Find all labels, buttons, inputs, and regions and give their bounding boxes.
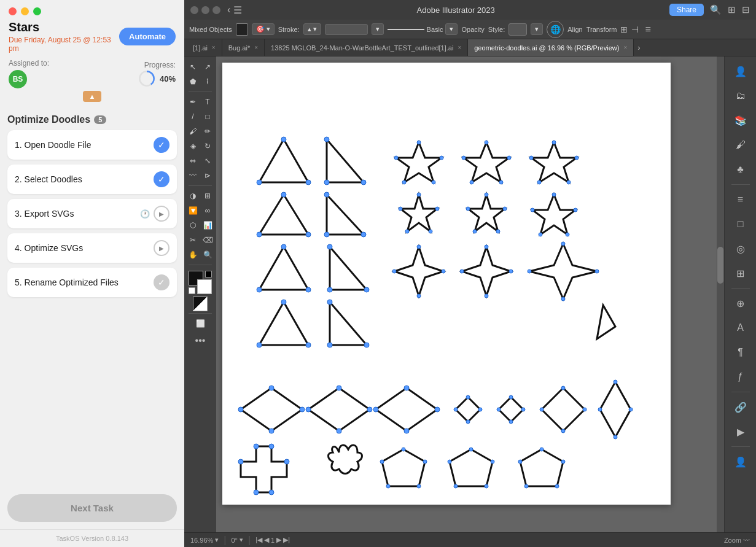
swap-colors-icon[interactable] (205, 271, 212, 277)
back-button[interactable]: ‹ (227, 4, 230, 15)
symbols-button[interactable]: ♣ (730, 158, 752, 180)
tab-close-icon[interactable]: × (458, 44, 461, 51)
close-button[interactable] (9, 7, 17, 15)
paragraph-button[interactable]: ¶ (730, 341, 752, 363)
tab-mglob[interactable]: 13825 MGLOB_24-Man-O-WarBottleArt_TEST_o… (265, 39, 468, 56)
sidebar-toggle-icon[interactable]: ☰ (233, 4, 242, 16)
zoom-tool[interactable]: 🔍 (201, 248, 214, 262)
more-options-icon[interactable]: ≡ (645, 24, 650, 35)
stroke-style-select[interactable]: ▾ (445, 23, 458, 35)
next-icon[interactable]: ▶ (276, 536, 281, 544)
prev-icon[interactable]: ◀ (264, 536, 269, 544)
next-page-icon[interactable]: ▶| (283, 536, 290, 544)
select-tool[interactable]: ↖ (186, 60, 200, 74)
fill-color-swatch[interactable] (236, 23, 248, 36)
pathfinder-button[interactable]: □ (730, 213, 752, 235)
eraser2-tool[interactable]: ⌫ (201, 233, 214, 247)
zoom-label[interactable]: Zoom 〰 (724, 537, 750, 544)
play-action-button[interactable]: ▶ (730, 421, 752, 443)
prev-page-icon[interactable]: |◀ (255, 536, 262, 544)
style-dropdown[interactable]: ▾ (531, 23, 543, 35)
style-swatch[interactable] (509, 23, 527, 36)
chart-tool[interactable]: 📊 (201, 219, 214, 232)
reset-colors-icon[interactable] (189, 287, 195, 294)
gradient-tool[interactable]: ◑ (186, 189, 200, 203)
distribute-icon[interactable]: ⊣ (631, 25, 639, 34)
mesh-tool[interactable]: ⊞ (201, 189, 214, 203)
width-tool[interactable]: ⊳ (201, 169, 214, 182)
automate-button[interactable]: Automate (119, 28, 176, 45)
transform-label[interactable]: Transform (586, 26, 617, 33)
line-tool[interactable]: / (186, 110, 200, 123)
task-check-done-icon[interactable]: ✓ (154, 171, 170, 187)
scroll-thumb[interactable] (717, 247, 723, 284)
play-button[interactable]: ▶ (154, 240, 170, 256)
collapse-button[interactable]: ▲ (83, 91, 101, 102)
win-close[interactable] (190, 6, 198, 14)
brushes-button[interactable]: 🖌 (730, 134, 752, 156)
direct-select-tool[interactable]: ↗ (201, 60, 214, 74)
type-tool[interactable]: T (201, 95, 214, 109)
stroke-dropdown[interactable]: ▴ ▾ (303, 23, 321, 35)
task-check-done-icon[interactable]: ✓ (154, 137, 170, 153)
tab-close-icon[interactable]: × (254, 44, 258, 51)
warp-tool[interactable]: 〰 (186, 169, 200, 182)
stroke-value-input[interactable] (325, 24, 368, 35)
win-maximize[interactable] (212, 6, 220, 14)
fill-mode-dropdown[interactable]: 🎯 ▾ (252, 23, 275, 35)
layers-panel-button[interactable]: 👤 (730, 60, 752, 82)
lasso-tool[interactable]: ⌇ (201, 75, 214, 88)
tab-1[interactable]: [1].ai × (187, 39, 222, 56)
opentype-button[interactable]: ƒ (730, 366, 752, 388)
tab-bug[interactable]: Bug.ai* × (222, 39, 265, 56)
symbol-tool[interactable]: ⬡ (186, 219, 200, 232)
mirror-tool[interactable]: ⇔ (186, 154, 200, 168)
user-panel-button[interactable]: 👤 (730, 451, 752, 473)
grid-icon[interactable]: ⊞ (728, 4, 736, 15)
grid-layout-icon[interactable]: ⊞ (620, 25, 628, 34)
tab-close-icon[interactable]: × (623, 44, 627, 51)
maximize-button[interactable] (33, 7, 41, 15)
magic-wand-tool[interactable]: ⬟ (186, 75, 200, 88)
stroke-style-dropdown[interactable]: ▾ (372, 23, 384, 35)
artboard-tool[interactable]: ⬜ (193, 317, 207, 330)
dock-icon[interactable]: ⊟ (742, 4, 750, 15)
pencil-tool[interactable]: ✏ (201, 125, 214, 138)
play-button[interactable]: ▶ (154, 206, 170, 222)
slice-tool[interactable]: ✂ (186, 233, 200, 247)
more-tools-icon[interactable]: ••• (195, 335, 206, 346)
graphic-styles-button[interactable]: ⊞ (730, 262, 752, 284)
libraries-button[interactable]: 📚 (730, 109, 752, 131)
rect-tool[interactable]: □ (201, 110, 214, 123)
hand-tool[interactable]: ✋ (186, 248, 200, 262)
transform-panel-button[interactable]: ⊕ (730, 292, 752, 314)
tab-geometric[interactable]: geometric-doodles.ai @ 16.96 % (RGB/Prev… (468, 39, 634, 56)
background-swatch[interactable] (197, 279, 212, 294)
zoom-control[interactable]: 16.96% ▾ (190, 536, 219, 544)
canvas-scrollbar[interactable] (717, 56, 724, 532)
align-panel-button[interactable]: ≡ (730, 188, 752, 211)
paint-brush-tool[interactable]: 🖌 (186, 125, 200, 138)
properties-button[interactable]: 🗂 (730, 85, 752, 107)
next-task-button[interactable]: Next Task (7, 494, 177, 522)
scale-tool[interactable]: ⤡ (201, 154, 214, 168)
rotation-control[interactable]: 0° ▾ (231, 536, 243, 544)
blend-tool[interactable]: ∞ (201, 204, 214, 217)
share-button[interactable]: Share (669, 4, 704, 16)
canvas-area[interactable] (216, 56, 724, 532)
rotate-tool[interactable]: ↻ (201, 139, 214, 153)
tab-more-icon[interactable]: › (634, 43, 644, 52)
links-button[interactable]: 🔗 (730, 396, 752, 418)
appearance-button[interactable]: ◎ (730, 238, 752, 260)
pen-tool[interactable]: ✒ (186, 95, 200, 109)
eraser-tool[interactable]: ◈ (186, 139, 200, 153)
task-check-pending-icon[interactable]: ✓ (154, 274, 170, 290)
tab-close-icon[interactable]: × (212, 44, 216, 51)
search-icon[interactable]: 🔍 (710, 4, 722, 15)
globe-icon[interactable]: 🌐 (547, 21, 564, 38)
eyedropper-tool[interactable]: 🔽 (186, 204, 200, 217)
win-minimize[interactable] (201, 6, 209, 14)
gradient-swatch[interactable] (193, 297, 208, 311)
type-panel-button[interactable]: A (730, 317, 752, 339)
align-label[interactable]: Align (567, 26, 582, 33)
